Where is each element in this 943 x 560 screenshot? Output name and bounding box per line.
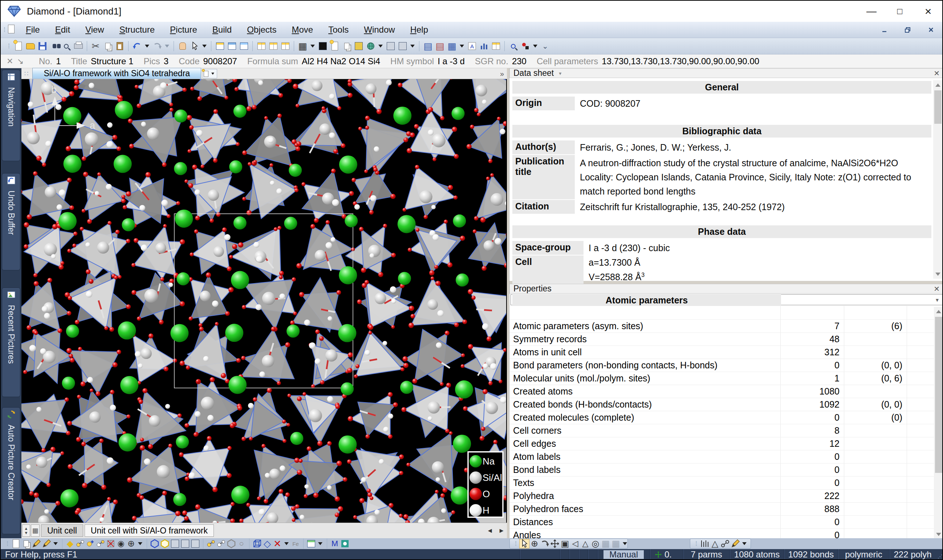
toolbar-grip-2[interactable]: ⁞ (8, 43, 10, 50)
l-icon[interactable]: ▤ (422, 40, 434, 52)
mdi-restore-button[interactable] (901, 25, 914, 34)
l-icon[interactable]: ▦ (446, 40, 458, 52)
dropdown-arrow-icon[interactable] (623, 542, 627, 545)
table-row[interactable]: Created molecules (complete)0(0) (510, 411, 943, 424)
pcopy-icon[interactable] (341, 40, 353, 52)
datasheet-pane-header[interactable]: Data sheet ▾ ✕ (510, 68, 943, 78)
hxy-icon[interactable] (160, 539, 170, 548)
table-row[interactable]: Atoms in unit cell312 (510, 346, 943, 359)
resize-grip-icon[interactable]: ⋰ (936, 549, 943, 560)
bb-icon[interactable] (226, 539, 236, 548)
sidebar-tab-auto-picture-creator[interactable]: Auto Picture Creator (2, 407, 20, 534)
bb-icon[interactable] (216, 539, 226, 548)
wundo-icon[interactable] (238, 40, 250, 52)
toolbar-overflow-icon[interactable]: ⌄ (542, 42, 548, 51)
packdd-icon[interactable] (306, 539, 316, 548)
hand-icon[interactable] (176, 40, 188, 52)
tab-scroll-left-icon[interactable]: ◄ (487, 527, 493, 535)
bpg-icon[interactable] (11, 539, 21, 548)
bottom-tab-1[interactable]: Unit cell (41, 525, 83, 537)
globe-icon[interactable] (365, 40, 376, 52)
ct-icon[interactable] (490, 40, 502, 52)
ttilt-icon[interactable]: △ (580, 539, 590, 548)
pstruct-icon[interactable] (353, 40, 365, 52)
dropdown-arrow-icon[interactable] (53, 542, 58, 545)
float-grip[interactable]: ⁞ (515, 540, 517, 548)
dropdown-arrow-icon[interactable] (378, 45, 383, 48)
new-icon[interactable] (12, 40, 24, 52)
minimize-button[interactable]: — (857, 1, 886, 22)
mdi-minimize-button[interactable] (878, 25, 891, 34)
bb-icon[interactable] (206, 539, 216, 548)
pblack-icon[interactable] (317, 40, 329, 52)
poly-icon[interactable]: ◇ (262, 539, 272, 548)
cb-icon[interactable] (478, 40, 490, 52)
amol-icon[interactable] (170, 539, 180, 548)
ruler-icon[interactable] (700, 539, 710, 548)
table-row[interactable]: Molecular units (mol./polym. sites)1(0, … (510, 372, 943, 385)
menu-move[interactable]: Move (284, 25, 321, 35)
table-row[interactable]: Created bonds (H-bonds/contacts)1092(0, … (510, 398, 943, 411)
fe-icon[interactable]: Fe (291, 539, 300, 548)
menu-edit[interactable]: Edit (48, 25, 78, 35)
structure-canvas[interactable]: baNaSi/AlOH (22, 79, 507, 523)
dropdown-arrow-icon[interactable] (310, 45, 315, 48)
l-icon[interactable]: ▤ (434, 40, 446, 52)
menu-window[interactable]: Window (356, 25, 402, 35)
bottom-grip[interactable]: ⁞ (6, 540, 9, 548)
paste-icon[interactable] (114, 40, 126, 52)
print-icon[interactable] (72, 40, 84, 52)
redo-icon[interactable] (151, 40, 163, 52)
picture-tab-active[interactable]: Si/Al-O framework with SiO4 tetrahedra (32, 68, 201, 79)
M-icon[interactable]: M (330, 539, 340, 548)
undo-icon[interactable] (131, 40, 143, 52)
hmag-icon[interactable] (507, 40, 519, 52)
table-row[interactable]: Bond parameters (non-bonding contacts, H… (510, 359, 943, 372)
track-icon[interactable] (519, 40, 531, 52)
dropdown-arrow-icon[interactable] (742, 542, 747, 545)
preview-icon[interactable] (60, 40, 72, 52)
properties-scrollbar[interactable] (934, 307, 943, 538)
trot-icon[interactable] (539, 539, 550, 548)
save-icon[interactable] (36, 40, 48, 52)
tab-scroll-spinner[interactable]: ▲▼ (22, 525, 30, 537)
wtree-icon[interactable] (214, 40, 226, 52)
open-icon[interactable] (24, 40, 36, 52)
torb-icon[interactable]: ⊕ (126, 539, 136, 548)
grid-icon[interactable]: ▦ (297, 40, 309, 52)
float-grip[interactable]: ⁞ (695, 540, 698, 548)
close-button[interactable]: × (914, 1, 942, 22)
bb-icon[interactable]: ○ (236, 539, 247, 548)
table-row[interactable]: Created atoms1080 (510, 385, 943, 398)
cursor-icon[interactable] (188, 40, 200, 52)
bpx-icon[interactable] (31, 539, 42, 548)
properties-close-icon[interactable]: ✕ (934, 285, 940, 293)
dropdown-arrow-icon[interactable] (284, 542, 289, 545)
wimg-icon[interactable] (226, 40, 238, 52)
table-row[interactable]: Cell edges12 (510, 437, 943, 451)
bottom-tab-2[interactable]: Unit cell with Si/Al-O framework (85, 525, 214, 537)
toolbar-grip[interactable]: ⁞ (4, 26, 6, 34)
table-row[interactable]: Polyhedron faces888 (510, 503, 943, 516)
mdi-close-button[interactable] (925, 25, 937, 34)
menu-structure[interactable]: Structure (112, 25, 162, 35)
menu-tools[interactable]: Tools (320, 25, 356, 35)
table-row[interactable]: Cell corners8 (510, 424, 943, 437)
table-row[interactable]: Texts0 (510, 477, 943, 489)
tback-icon[interactable]: ◁ (570, 539, 580, 548)
agrid-icon[interactable] (190, 539, 200, 548)
hxb-icon[interactable] (149, 539, 160, 548)
tsel-icon[interactable] (519, 539, 529, 548)
amol-icon[interactable] (75, 539, 85, 548)
dropdown-arrow-icon[interactable] (145, 45, 149, 48)
menu-build[interactable]: Build (205, 25, 239, 35)
ady-icon[interactable]: ◆ (65, 539, 75, 548)
tnew-icon[interactable] (255, 40, 267, 52)
copy-icon[interactable] (102, 40, 114, 52)
tab-grid-button[interactable]: ▦ (31, 525, 40, 537)
ca-icon[interactable]: A (466, 40, 478, 52)
datasheet-scrollbar[interactable] (933, 80, 943, 279)
menu-picture[interactable]: Picture (162, 25, 205, 35)
pencil-icon[interactable] (42, 539, 52, 548)
sidebar-tab-navigation[interactable]: Navigation (2, 70, 20, 161)
